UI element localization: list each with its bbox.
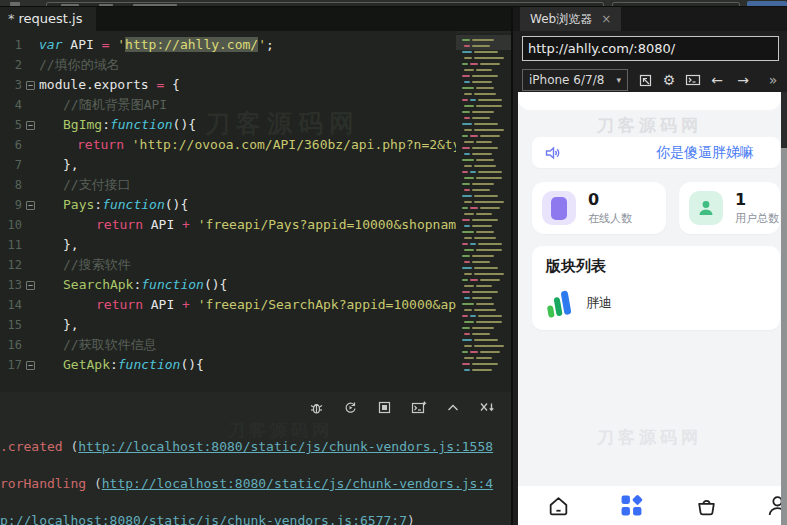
line-number: 15 (0, 315, 22, 335)
phone-icon (542, 191, 576, 225)
tab-label: request.js (19, 11, 83, 26)
bottom-nav (518, 486, 781, 525)
browser-tabbar: Web浏览器× (513, 7, 787, 31)
line-number: 10 (0, 215, 22, 235)
user-icon (689, 191, 723, 225)
stat-value: 1 (735, 191, 779, 209)
console-line: rorHandling (http://localhost:8080/stati… (0, 476, 511, 513)
code-lines: 1var API = 'http://ahlly.com/';2//填你的域名3… (0, 35, 456, 375)
board-item-name: 胖迪 (586, 294, 612, 312)
console-label: rorHandling (0, 476, 86, 491)
new-terminal-icon[interactable] (411, 400, 427, 415)
fold-icon[interactable]: − (26, 201, 35, 210)
code-line: 11}, (0, 235, 456, 255)
code-line: 9−Pays:function(){ (0, 195, 456, 215)
tab-label: Web浏览器 (530, 12, 592, 26)
collapse-up-icon[interactable] (446, 401, 460, 414)
speaker-icon (544, 145, 562, 161)
debug-toolbar (0, 392, 511, 422)
preview-scrollbar[interactable] (781, 92, 787, 525)
line-number: 12 (0, 255, 22, 275)
terminal-icon[interactable] (683, 69, 703, 91)
line-number: 17 (0, 355, 22, 375)
device-select[interactable]: iPhone 6/7/8 ▾ (522, 69, 628, 91)
code-line: 17−GetApk:function(){ (0, 355, 456, 375)
minimap-row (462, 367, 511, 373)
line-number: 5 (0, 115, 22, 135)
close-x-icon[interactable] (479, 400, 495, 414)
open-external-icon[interactable] (635, 69, 655, 91)
apps-grid-icon[interactable] (620, 494, 643, 517)
gear-icon[interactable]: ⚙ (659, 69, 679, 91)
toolbar-fragment (10, 2, 20, 6)
minimap-rows (462, 37, 511, 373)
code-line: 10return API + 'freeapi/Pays?appid=10000… (0, 215, 456, 235)
person-icon[interactable] (766, 494, 781, 517)
url-input[interactable] (522, 36, 779, 61)
console-line: p://localhost:8080/static/js/chunk-vendo… (0, 513, 511, 525)
announcement-text: 你是傻逼胖娣嘛 (656, 144, 754, 162)
stop-icon[interactable] (377, 400, 392, 415)
mobile-preview: 刀客源码网 你是傻逼胖娣嘛 0 在线人数 (518, 92, 781, 525)
minimap[interactable] (456, 33, 511, 393)
stat-label: 用户总数 (735, 211, 779, 226)
console-link[interactable]: p://localhost:8080/static/js/chunk-vendo… (0, 513, 407, 525)
console-label: .created (0, 439, 63, 454)
stat-card-users: 1 用户总数 (679, 182, 780, 234)
stat-card-online: 0 在线人数 (532, 182, 666, 234)
scrollbar-track (781, 92, 787, 148)
line-number: 11 (0, 235, 22, 255)
console-link[interactable]: http://localhost:8080/static/js/chunk-ve… (102, 476, 493, 491)
announcement-bar[interactable]: 你是傻逼胖娣嘛 (532, 137, 780, 168)
line-number: 3 (0, 75, 22, 95)
forward-arrow-icon[interactable]: → (733, 69, 753, 91)
tab-web-browser[interactable]: Web浏览器× (520, 7, 621, 31)
home-icon[interactable] (547, 494, 570, 517)
code-line: 16//获取软件信息 (0, 335, 456, 355)
board-list-title: 版块列表 (546, 257, 606, 276)
browser-pane: Web浏览器× iPhone 6/7/8 ▾ ⚙ ← → » 刀客源码网 (511, 7, 787, 525)
console-line: .created (http://localhost:8080/static/j… (0, 439, 511, 476)
code-editor[interactable]: 1var API = 'http://ahlly.com/';2//填你的域名3… (0, 31, 456, 392)
code-line: 15}, (0, 315, 456, 335)
watermark: 刀客源码网 (518, 114, 781, 137)
console-lines: .created (http://localhost:8080/static/j… (0, 439, 511, 525)
code-line: 3−module.exports = { (0, 75, 456, 95)
line-number: 16 (0, 335, 22, 355)
code-line: 7}, (0, 155, 456, 175)
stat-label: 在线人数 (588, 211, 632, 226)
line-number: 2 (0, 55, 22, 75)
editor-tabbar: *request.js (0, 7, 511, 31)
line-number: 9 (0, 195, 22, 215)
close-icon[interactable]: × (601, 12, 611, 26)
fold-icon[interactable]: − (26, 281, 35, 290)
fold-icon[interactable]: − (26, 81, 35, 90)
preview-header-band (518, 92, 781, 110)
watermark: 刀客源码网 (205, 107, 360, 140)
board-list-card: 版块列表 胖迪 (532, 246, 780, 330)
scrollbar-thumb[interactable] (781, 148, 787, 525)
tab-request-js[interactable]: *request.js (0, 7, 96, 31)
line-number: 7 (0, 155, 22, 175)
line-number: 14 (0, 295, 22, 315)
app-window: *request.js 1var API = 'http://ahlly.com… (0, 0, 787, 525)
code-line: 13−SearchApk:function(){ (0, 275, 456, 295)
fold-icon[interactable]: − (26, 361, 35, 370)
watermark: 刀客源码网 (228, 419, 333, 442)
code-line: 8//支付接口 (0, 175, 456, 195)
basket-icon[interactable] (695, 494, 718, 517)
code-line: 12//搜索软件 (0, 255, 456, 275)
back-arrow-icon[interactable]: ← (707, 69, 727, 91)
board-logo-icon (542, 286, 576, 320)
chevron-down-icon: ▾ (616, 75, 621, 85)
restart-icon[interactable] (343, 400, 358, 415)
debug-icon[interactable] (309, 400, 324, 415)
watermark: 刀客源码网 (518, 426, 781, 449)
line-number: 1 (0, 35, 22, 55)
board-item[interactable]: 胖迪 (542, 286, 612, 320)
fold-icon[interactable]: − (26, 121, 35, 130)
line-number: 4 (0, 95, 22, 115)
more-chevrons-icon[interactable]: » (763, 69, 783, 91)
device-label: iPhone 6/7/8 (529, 73, 610, 87)
stat-value: 0 (588, 191, 632, 209)
